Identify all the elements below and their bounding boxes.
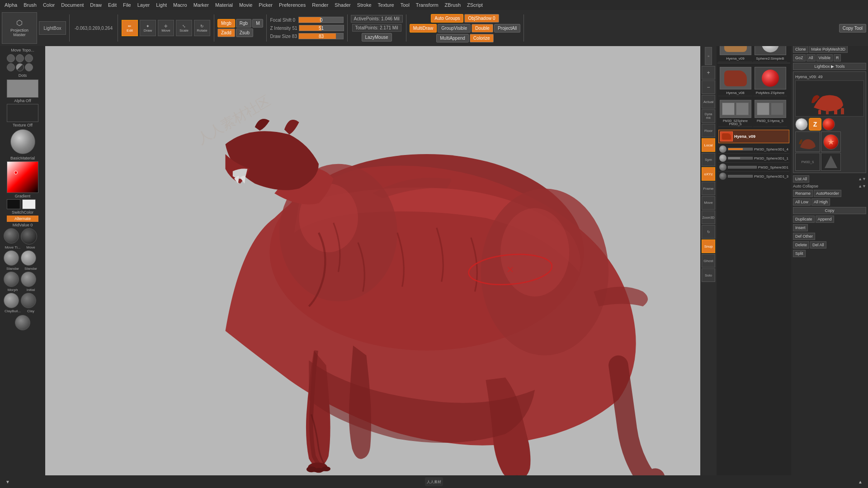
pm3d-sphere-slider[interactable] [728, 166, 757, 169]
multi-append-button[interactable]: MultiAppend [436, 34, 469, 42]
menu-file[interactable]: File [120, 1, 134, 9]
claybuild-sphere[interactable] [4, 293, 19, 308]
clone-button[interactable]: Clone [793, 46, 808, 53]
animal-thumb[interactable] [795, 131, 820, 152]
floor-button[interactable]: Floor [702, 124, 715, 137]
menu-macro[interactable]: Macro [170, 1, 190, 9]
menu-preferences[interactable]: Preferences [276, 1, 308, 9]
subtool-pm3d-sphere-1[interactable]: PM3D_Sphere3D1_1 [718, 154, 789, 163]
menu-light[interactable]: Light [153, 1, 170, 9]
pm3d-thumb-1[interactable]: PM3D_S [795, 153, 820, 171]
menu-texture[interactable]: Texture [375, 1, 397, 9]
auto-reorder-button[interactable]: AutoReorder [814, 190, 841, 197]
ghost-button[interactable]: Ghost [702, 254, 715, 267]
lightbox-button[interactable]: LightBox [39, 21, 66, 35]
auto-groups-button[interactable]: Auto Groups [431, 14, 463, 23]
colorize-button[interactable]: Colorize [470, 34, 494, 42]
move-canvas-button[interactable]: Move [702, 196, 715, 210]
delete-button[interactable]: Delete [793, 241, 809, 249]
z-intensity-track[interactable]: 51 [299, 25, 344, 31]
rename-button[interactable]: Rename [793, 190, 813, 197]
brush-dot-5[interactable] [16, 63, 24, 71]
dynamic-button[interactable]: Dynamic [702, 109, 715, 123]
menu-layer[interactable]: Layer [135, 1, 153, 9]
multi-draw-button[interactable]: MultiDraw [410, 24, 437, 33]
rotate-canvas-button[interactable]: ↻ [702, 225, 715, 239]
subtool-item-pm3d-sz[interactable]: PM3D_SZSphere PM3D_S [718, 99, 752, 127]
menu-zscript[interactable]: ZScript [464, 1, 486, 9]
sym-button[interactable]: Sym [702, 153, 715, 166]
all-button[interactable]: All [807, 54, 816, 61]
obj-shadow-button[interactable]: ObjShadow 0 [464, 14, 499, 23]
frame-button[interactable]: Frame [702, 182, 715, 195]
texture-rect[interactable] [7, 104, 38, 122]
menu-zbrush[interactable]: ZBrush [442, 1, 463, 9]
group-visible-button[interactable]: GroupVisible [438, 24, 471, 33]
alternate-button[interactable]: Alternate [7, 216, 38, 222]
sphere-thumb-red[interactable] [822, 118, 835, 131]
move-sphere[interactable] [21, 228, 37, 244]
zsub-button[interactable]: Zsub [236, 28, 253, 37]
active-subtool-item[interactable]: Hyena_v09 [718, 130, 789, 143]
double-button[interactable]: Double [472, 24, 493, 33]
menu-transform[interactable]: Transform [413, 1, 441, 9]
alpha-rect[interactable] [7, 80, 38, 98]
background-color-swatch[interactable] [22, 199, 36, 209]
clay-sphere[interactable] [21, 293, 36, 308]
brush-dot-1[interactable] [7, 54, 15, 62]
make-polymesh-button[interactable]: Make PolyMesh3D [809, 46, 848, 53]
pm3d-sphere-4-slider[interactable] [728, 148, 753, 150]
standar2-sphere[interactable] [21, 250, 36, 266]
all-low-button[interactable]: All Low [793, 198, 811, 206]
projection-master-button[interactable]: ⬡ ProjectionMaster [2, 12, 37, 44]
pm3d-sphere-3-slider[interactable] [728, 175, 753, 178]
menu-stroke[interactable]: Stroke [354, 1, 374, 9]
menu-movie[interactable]: Movie [236, 1, 255, 9]
local-button[interactable]: Local [702, 138, 715, 152]
rgb-button[interactable]: Rgb [236, 19, 251, 28]
pm3d-thumb-2[interactable] [821, 153, 841, 171]
menu-material[interactable]: Material [212, 1, 236, 9]
brush-dot-3[interactable] [25, 54, 33, 62]
move-ti-sphere[interactable] [4, 228, 19, 244]
initial-sphere[interactable] [21, 272, 36, 287]
move-button[interactable]: ✛ Move [158, 20, 174, 36]
m-button[interactable]: M [252, 19, 263, 28]
standar1-sphere[interactable] [4, 250, 19, 266]
morph-sphere[interactable] [4, 272, 19, 287]
canvas-area[interactable]: 人人素材社区 人人素材社区 人人素材社区 [45, 46, 700, 488]
menu-shader[interactable]: Shader [332, 1, 353, 9]
menu-tool[interactable]: Tool [398, 1, 412, 9]
duplicate-button[interactable]: Duplicate [793, 216, 815, 223]
menu-marker[interactable]: Marker [191, 1, 212, 9]
split-button[interactable]: Split [793, 250, 806, 257]
rotate-button[interactable]: ↻ Rotate [194, 20, 210, 36]
lightbox-tools-button[interactable]: Lightbox ▶ Tools [793, 63, 866, 70]
color-picker[interactable] [7, 161, 38, 193]
xyz-button[interactable]: oXYz [702, 167, 715, 181]
subtool-pm3d-sphere[interactable]: PM3D_Sphere3D1 [718, 163, 789, 172]
subtool-pm3d-sphere-3[interactable]: PM3D_Sphere3D1_3 [718, 172, 789, 180]
subtool-item-polymesh[interactable]: PolyMes ZSphere [753, 66, 787, 96]
edit-button[interactable]: ✏ Edit [122, 20, 138, 36]
menu-alpha[interactable]: Alpha [2, 1, 20, 9]
list-all-button[interactable]: List All [793, 175, 809, 183]
insert-button[interactable]: Insert [793, 224, 808, 231]
focal-shift-track[interactable]: 0 [298, 17, 344, 23]
all-high-button[interactable]: All High [811, 198, 830, 206]
menu-picker[interactable]: Picker [256, 1, 275, 9]
menu-brush[interactable]: Brush [21, 1, 39, 9]
del-all-button[interactable]: Del All [810, 241, 826, 249]
copy-tool-button[interactable]: Copy Tool [839, 24, 866, 33]
def-other-button[interactable]: Def Other [793, 233, 815, 240]
snup-button[interactable]: Snup [702, 239, 715, 253]
foreground-color-swatch[interactable] [7, 199, 20, 209]
goz-button[interactable]: GoZ [793, 54, 806, 61]
r-button[interactable]: R [834, 54, 841, 61]
append-button[interactable]: Append [816, 216, 834, 223]
mrgb-button[interactable]: Mrgb [217, 19, 235, 28]
actual-size-button[interactable]: Actual [702, 95, 715, 108]
subtool-item-pm3d-s-hyena[interactable]: PM3D_S Hyena_S [753, 99, 787, 127]
star-sphere-thumb[interactable]: ★ [821, 131, 841, 152]
zoom3d-button[interactable]: Zoom3D [702, 211, 715, 224]
